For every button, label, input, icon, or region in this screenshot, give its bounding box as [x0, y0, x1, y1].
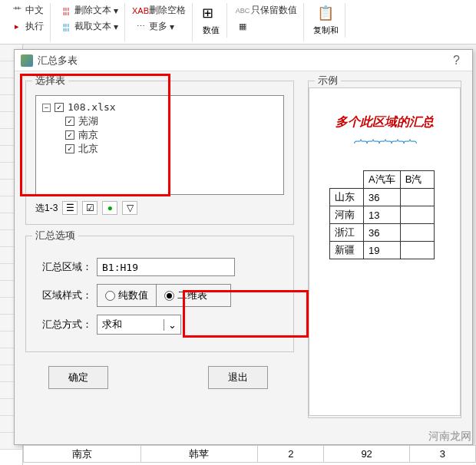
table-row: 浙江36	[330, 224, 435, 242]
checkbox[interactable]	[65, 144, 74, 153]
grid-button[interactable]: ▦	[235, 19, 299, 33]
brace-icon: ⏞⏞⏞⏞⏞	[316, 137, 454, 163]
delete-text-icon: ¦¦¦	[60, 5, 72, 17]
tree-item[interactable]: 南京	[42, 128, 277, 142]
xab-icon: XAB	[134, 5, 147, 17]
example-group: 示例 多个此区域的汇总 ⏞⏞⏞⏞⏞ A汽车B汽 山东36 河南13 浙江36 新…	[308, 81, 461, 418]
copy-button[interactable]: 📋 复制和	[307, 3, 345, 38]
ribbon-group-space: XAB删除空格 ⋯更多▾	[128, 3, 193, 41]
keep-numbers-button[interactable]: ABC只保留数值	[235, 3, 299, 18]
example-table: A汽车B汽 山东36 河南13 浙江36 新疆19	[329, 170, 435, 259]
tree-toolbar: 选1-3 ☰ ☑ ● ▽	[35, 201, 284, 215]
dialog-title: 汇总多表	[38, 54, 447, 68]
ribbon-group-lang: 艹中文 ▸执行	[5, 3, 51, 41]
method-label: 汇总方式：	[35, 318, 92, 331]
copy-icon: 📋	[317, 5, 336, 23]
tree-root[interactable]: − 108.xlsx	[42, 101, 277, 114]
tree-root-label: 108.xlsx	[68, 101, 116, 114]
table-row: 新疆19	[330, 242, 435, 259]
flag-icon: 艹	[11, 5, 23, 17]
number-icon: ⊞	[202, 5, 220, 23]
more-button[interactable]: ⋯更多▾	[133, 19, 187, 34]
collapse-icon[interactable]: −	[42, 104, 51, 112]
example-area: 多个此区域的汇总 ⏞⏞⏞⏞⏞ A汽车B汽 山东36 河南13 浙江36 新疆19	[309, 87, 461, 416]
number-button[interactable]: ⊞ 数值	[196, 3, 227, 38]
radio-numeric[interactable]: 纯数值	[98, 285, 157, 306]
checkbox[interactable]	[65, 130, 74, 140]
range-input[interactable]	[97, 258, 235, 276]
table-tree[interactable]: − 108.xlsx 芜湖 南京 北京	[35, 95, 284, 195]
play-icon: ▸	[11, 21, 23, 33]
example-legend: 示例	[315, 74, 341, 87]
range-label: 汇总区域：	[35, 260, 92, 274]
refresh-icon[interactable]: ●	[102, 201, 117, 215]
more-icon: ⋯	[134, 21, 147, 33]
ribbon-group-text: ¦¦¦删除文本▾ ¦¦¦截取文本▾	[54, 3, 125, 41]
options-legend: 汇总选项	[32, 229, 78, 242]
radio-icon	[164, 291, 174, 301]
tree-item[interactable]: 北京	[42, 142, 277, 156]
select-table-group: 选择表 − 108.xlsx 芜湖 南京 北京 选1-3 ☰ ☑ ●	[25, 81, 294, 225]
style-radio-group: 纯数值 二维表	[97, 284, 231, 307]
ok-button[interactable]: 确定	[48, 366, 108, 389]
execute-button[interactable]: ▸执行	[9, 19, 45, 34]
spreadsheet-grid[interactable]: 南京韩苹2923	[23, 445, 476, 465]
check-all-icon[interactable]: ☑	[82, 201, 98, 215]
checkbox[interactable]	[65, 117, 74, 126]
delete-text-button[interactable]: ¦¦¦删除文本▾	[58, 3, 120, 18]
combo-value: 求和	[98, 318, 164, 331]
lang-chinese-button[interactable]: 艹中文	[9, 3, 45, 18]
abc-icon: ABC	[236, 5, 249, 17]
style-label: 区域样式：	[35, 289, 92, 302]
table-row: 山东36	[330, 189, 435, 206]
dialog-title-bar[interactable]: 汇总多表 ?	[15, 50, 472, 71]
selection-status: 选1-3	[35, 202, 58, 215]
checkbox-root[interactable]	[55, 103, 64, 112]
table-row: 河南13	[330, 206, 435, 224]
filter-icon[interactable]: ▽	[122, 201, 137, 215]
tree-item[interactable]: 芜湖	[42, 114, 277, 128]
grid-icon: ▦	[236, 20, 249, 32]
radio-icon	[105, 291, 115, 301]
cancel-button[interactable]: 退出	[208, 366, 268, 389]
method-combo[interactable]: 求和 ⌄	[97, 315, 181, 335]
options-group: 汇总选项 汇总区域： 区域样式： 纯数值 二维表 汇总方式： 求和	[25, 236, 294, 352]
dropdown-icon: ▾	[170, 21, 174, 32]
ribbon-group-keep: ABC只保留数值 ▦	[230, 3, 304, 41]
delete-space-button[interactable]: XAB删除空格	[133, 3, 187, 18]
select-table-legend: 选择表	[32, 74, 68, 87]
summary-dialog: 汇总多表 ? 选择表 − 108.xlsx 芜湖 南京 北京 选1-3	[14, 49, 473, 445]
ribbon-toolbar: 艹中文 ▸执行 ¦¦¦删除文本▾ ¦¦¦截取文本▾ XAB删除空格 ⋯更多▾ ⊞…	[0, 0, 476, 45]
watermark: 河南龙网	[428, 430, 471, 444]
extract-text-button[interactable]: ¦¦¦截取文本▾	[58, 19, 120, 34]
dropdown-icon: ▾	[114, 21, 118, 32]
example-title: 多个此区域的汇总	[316, 114, 454, 130]
help-button[interactable]: ?	[447, 54, 466, 68]
app-icon	[21, 54, 33, 67]
extract-text-icon: ¦¦¦	[60, 21, 72, 33]
dropdown-icon: ▾	[114, 5, 118, 16]
list-icon[interactable]: ☰	[62, 201, 78, 215]
radio-2d-table[interactable]: 二维表	[157, 285, 230, 306]
chevron-down-icon[interactable]: ⌄	[164, 319, 180, 331]
